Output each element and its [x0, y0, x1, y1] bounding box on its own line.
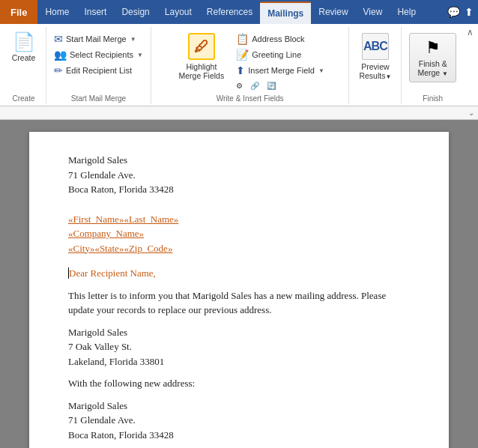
preview-abc-icon: ABC [363, 40, 387, 53]
tab-help[interactable]: Help [390, 0, 423, 24]
new-address-3: Boca Raton, Florida 33428 [68, 428, 410, 443]
sender-street: 71 Glendale Ave. [68, 168, 410, 183]
greeting-line-button[interactable]: 📝 Greeting Line [233, 47, 327, 62]
edit-recipient-list-button[interactable]: ✏ Edit Recipient List [51, 63, 146, 78]
group-label-finish: Finish [423, 91, 443, 104]
document-page[interactable]: Marigold Sales 71 Glendale Ave. Boca Rat… [29, 132, 449, 448]
group-label-write-insert: Write & Insert Fields [217, 91, 284, 104]
rules-icon: ⚙ [236, 82, 243, 90]
ribbon: 📄 Create Create ✉ Start Mail Merge ▼ 👥 S… [0, 24, 478, 106]
highlight-merge-fields-button[interactable]: 🖊 HighlightMerge Fields [173, 30, 231, 83]
salutation-line: Dear Recipient Name, [68, 266, 410, 281]
tab-home[interactable]: Home [37, 0, 76, 24]
sender-city: Boca Raton, Florida 33428 [68, 182, 410, 197]
tab-design[interactable]: Design [114, 0, 157, 24]
group-label-start-mail-merge: Start Mail Merge [71, 91, 126, 104]
rules-button[interactable]: ⚙ [233, 80, 246, 91]
tab-review[interactable]: Review [311, 0, 355, 24]
address-block-icon: 📋 [236, 33, 249, 45]
document-area: Marigold Sales 71 Glendale Ave. Boca Rat… [0, 120, 478, 448]
new-address-1: Marigold Sales [68, 399, 410, 414]
group-label-create: Create [12, 91, 34, 104]
ribbon-group-finish: ⚑ Finish &Merge ▼ Finish [402, 27, 464, 104]
highlight-icon: 🖊 [188, 33, 215, 60]
create-icon: 📄 [13, 33, 35, 51]
ruler-collapse-button[interactable]: ⌄ [465, 106, 478, 119]
ribbon-tabs: File Home Insert Design Layout Reference… [0, 0, 478, 24]
tab-mailings[interactable]: Mailings [260, 1, 311, 24]
old-address-2: 7 Oak Valley St. [68, 339, 410, 354]
insert-merge-field-button[interactable]: ⬆ Insert Merge Field ▼ [233, 63, 327, 78]
start-mail-merge-button[interactable]: ✉ Start Mail Merge ▼ [51, 31, 146, 46]
sender-address: Marigold Sales 71 Glendale Ave. Boca Rat… [68, 153, 410, 197]
old-address-1: Marigold Sales [68, 325, 410, 340]
match-fields-button[interactable]: 🔗 [247, 80, 262, 91]
create-button[interactable]: 📄 Create [7, 30, 40, 65]
finish-merge-button[interactable]: ⚑ Finish &Merge ▼ [409, 33, 456, 82]
edit-recipients-icon: ✏ [54, 64, 63, 76]
ribbon-group-create: 📄 Create Create [1, 27, 46, 104]
chat-icon[interactable]: 💬 [447, 6, 460, 18]
old-address: Marigold Sales 7 Oak Valley St. Lakeland… [68, 325, 410, 369]
update-labels-button[interactable]: 🔄 [264, 80, 279, 91]
tab-file[interactable]: File [0, 0, 37, 24]
tab-insert[interactable]: Insert [76, 0, 114, 24]
update-labels-icon: 🔄 [267, 82, 276, 90]
ribbon-collapse-button[interactable]: ∧ [464, 24, 477, 40]
ruler: ⌄ [0, 106, 478, 120]
tab-references[interactable]: References [199, 0, 260, 24]
ribbon-group-preview: ABC PreviewResults▼ [349, 27, 402, 104]
ribbon-group-write-insert: 🖊 HighlightMerge Fields 📋 Address Block … [151, 27, 349, 104]
merge-field-city: «City»«State»«Zip_Code» [68, 243, 172, 254]
tab-view[interactable]: View [356, 0, 390, 24]
select-recipients-icon: 👥 [54, 49, 67, 61]
old-address-3: Lakeland, Florida 33801 [68, 354, 410, 369]
match-fields-icon: 🔗 [250, 82, 259, 90]
greeting-line-icon: 📝 [236, 49, 249, 61]
new-address-2: 71 Glendale Ave. [68, 413, 410, 428]
address-block-button[interactable]: 📋 Address Block [233, 31, 327, 46]
start-mail-merge-col: ✉ Start Mail Merge ▼ 👥 Select Recipients… [51, 30, 146, 78]
insert-merge-field-dropdown: ▼ [318, 67, 324, 74]
finish-icon: ⚑ [426, 38, 441, 58]
merge-field-name: «First_Name»«Last_Name» [68, 214, 178, 225]
start-mail-merge-icon: ✉ [54, 33, 63, 45]
select-recipients-button[interactable]: 👥 Select Recipients ▼ [51, 47, 146, 62]
start-mail-merge-dropdown: ▼ [130, 36, 136, 43]
salutation-text: Dear Recipient Name, [68, 267, 156, 279]
new-address: Marigold Sales 71 Glendale Ave. Boca Rat… [68, 399, 410, 443]
share-icon[interactable]: ⬆ [465, 6, 474, 18]
select-recipients-dropdown: ▼ [137, 52, 143, 58]
ribbon-group-start-mail-merge: ✉ Start Mail Merge ▼ 👥 Select Recipients… [46, 27, 151, 104]
insert-merge-field-icon: ⬆ [236, 64, 245, 76]
merge-field-company: «Company_Name» [68, 228, 144, 239]
recipient-merge-fields: «First_Name»«Last_Name» «Company_Name» «… [68, 212, 410, 256]
preview-results-button[interactable]: ABC PreviewResults▼ [354, 30, 396, 83]
sender-name: Marigold Sales [68, 153, 410, 168]
tab-layout[interactable]: Layout [157, 0, 199, 24]
body-paragraph: This letter is to inform you that Marigo… [68, 288, 410, 318]
new-address-intro: With the following new address: [68, 376, 410, 391]
